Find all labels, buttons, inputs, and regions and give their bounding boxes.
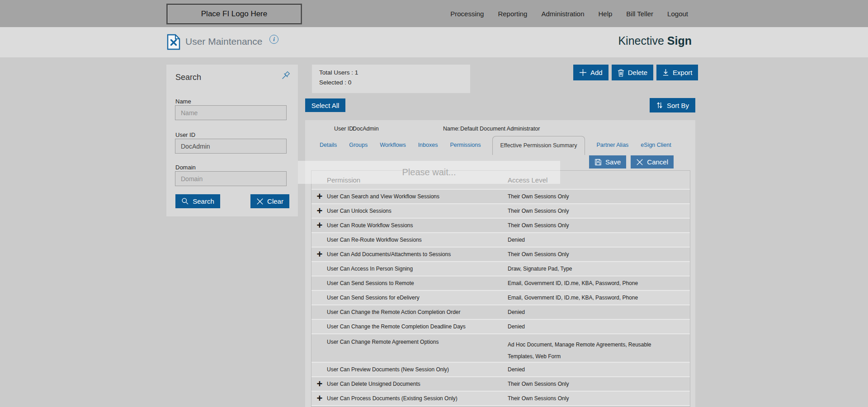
domain-input[interactable] [175,171,287,186]
permission-cell: User Can Add Documents/Attachments to Se… [327,251,451,257]
total-users-line: Total Users : 1 [319,69,470,76]
menu-item-user[interactable]: Bill Teller [626,10,653,18]
permission-cell: User Can Change the Remote Completion De… [327,323,466,330]
sort-arrows-icon [656,102,663,109]
tab-details[interactable]: Details [319,142,338,155]
expand-plus-icon[interactable]: + [316,192,324,201]
access-level-cell: Denied [508,237,525,243]
info-icon[interactable]: i [269,35,278,44]
table-row: + User Can Re-Route Workflow Sessions De… [311,232,690,247]
access-level-cell: Draw, Signature Pad, Type [508,266,572,272]
save-cancel-toolbar: Save Cancel [589,155,674,168]
access-level-cell: Email, Government ID, ID.me, KBA, Passwo… [508,280,638,286]
expand-plus-icon[interactable]: + [316,221,324,229]
access-level-cell: Denied [508,309,525,315]
page-title: User Maintenance [185,36,262,47]
table-row: + User Can Access In Person Signing Draw… [311,261,690,276]
add-button-label: Add [590,69,603,76]
totals-box: Total Users : 1 Selected : 0 [312,65,470,93]
search-panel: Search Name User ID Domain Search [166,65,298,216]
access-level-cell: Denied [508,366,525,373]
domain-field-label: Domain [175,164,196,171]
tab-inboxes[interactable]: Inboxes [417,142,439,155]
table-row: + User Can Send Sessions to Remote Email… [311,276,690,290]
table-row: + User Can Change the Remote Action Comp… [311,304,690,319]
name-value: Default Document Administrator [460,126,540,132]
search-button[interactable]: Search [175,194,220,208]
download-icon [662,69,669,76]
clear-x-icon [256,198,264,205]
table-row: + User Can Preview Documents (New Sessio… [311,362,690,376]
menu-item-reporting[interactable]: Reporting [498,10,527,18]
add-button[interactable]: Add [573,65,609,80]
loading-overlay: Please wait... [298,161,560,184]
sort-by-button[interactable]: Sort By [650,98,695,112]
table-row: + User Can Change the Remote Completion … [311,319,690,333]
access-level-cell: Their Own Sessions Only [508,251,569,257]
expand-plus-icon[interactable]: + [316,380,324,388]
name-field-label: Name [175,98,191,105]
clear-button[interactable]: Clear [250,194,289,208]
permission-cell: User Can Access In Person Signing [327,266,413,272]
tab-groups[interactable]: Groups [348,142,368,155]
access-level-cell: Their Own Sessions Only [508,222,569,229]
table-row: + User Can Process Documents (Existing S… [311,391,690,405]
user-tabs: Details Groups Workflows Inboxes Permiss… [319,135,672,155]
sort-by-label: Sort By [667,102,689,109]
permission-cell: User Can Send Sessions to Remote [327,280,414,286]
table-row: + User Can Search and View Workflow Sess… [311,189,690,203]
app-screen: Place FI Logo Here Processing Reporting … [0,0,868,407]
top-menu: Processing Reporting Administration Help… [450,0,688,27]
access-level-cell: Email, Government ID, ID.me, KBA, Passwo… [508,295,638,301]
menu-item-administration[interactable]: Administration [541,10,584,18]
access-level-cell: Their Own Sessions Only [508,381,569,387]
permission-cell: User Can Unlock Sessions [327,208,392,214]
delete-button[interactable]: Delete [612,65,653,80]
tab-workflows[interactable]: Workflows [379,142,406,155]
total-users-value: 1 [355,69,359,76]
page-header-bar: User Maintenance i Kinective Sign [0,27,868,57]
access-level-cell: Denied [508,323,525,330]
tab-esign-client[interactable]: eSign Client [640,142,672,155]
selected-line: Selected : 0 [319,79,470,86]
select-all-label: Select All [311,102,340,109]
table-row: + User Can Send Sessions for eDelivery E… [311,290,690,304]
access-level-cell: Their Own Sessions Only [508,193,569,200]
permission-cell: User Can Process Documents (Existing Ses… [327,395,458,402]
pin-icon[interactable] [280,71,291,82]
cancel-button[interactable]: Cancel [631,155,674,168]
table-row: + User Can Add Documents/Attachments to … [311,247,690,261]
select-all-button[interactable]: Select All [305,98,345,112]
save-button[interactable]: Save [589,155,626,168]
user-id-field-label: User ID [175,131,195,138]
search-icon [181,197,189,205]
expand-plus-icon[interactable]: + [316,207,324,215]
total-users-label: Total Users : [319,69,353,76]
tab-partner-alias[interactable]: Partner Alias [595,142,629,155]
name-input[interactable] [175,105,287,120]
menu-item-logout[interactable]: Logout [667,10,688,18]
name-label: Name: [443,126,460,132]
menu-item-processing[interactable]: Processing [450,10,484,18]
fi-logo-placeholder: Place FI Logo Here [166,4,302,24]
permission-cell: User Can Change the Remote Action Comple… [327,309,460,315]
cancel-button-label: Cancel [647,158,668,166]
expand-plus-icon[interactable]: + [316,250,324,258]
selected-value: 0 [348,79,352,86]
access-level-cell: Their Own Sessions Only [508,208,569,214]
user-id-value: DocAdmin [353,126,379,132]
search-panel-title: Search [175,73,201,82]
permission-cell: User Can Change Remote Agreement Options [327,339,439,345]
permission-cell: User Can Route Workflow Sessions [327,222,413,229]
permission-cell: User Can Search and View Workflow Sessio… [327,193,439,200]
permission-cell: User Can Delete Unsigned Documents [327,381,420,387]
delete-button-label: Delete [628,69,647,76]
tab-permissions[interactable]: Permissions [449,142,481,155]
save-floppy-icon [594,159,602,166]
export-button[interactable]: Export [656,65,698,80]
top-navigation-bar: Place FI Logo Here Processing Reporting … [0,0,868,27]
tab-effective-permission-summary[interactable]: Effective Permission Summary [492,136,585,155]
user-id-input[interactable] [175,139,287,154]
expand-plus-icon[interactable]: + [316,394,324,402]
menu-item-help[interactable]: Help [599,10,613,18]
